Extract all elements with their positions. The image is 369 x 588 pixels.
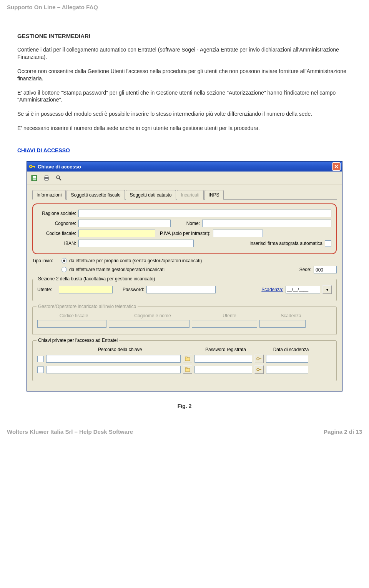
chiave-row1-check[interactable] [37, 356, 44, 362]
svg-line-10 [59, 178, 61, 180]
chiave-row1-pwreg[interactable] [194, 355, 252, 363]
chiave-row2-pwreg[interactable] [194, 366, 252, 373]
paragraph-2: Occorre non consentire dalla Gestione Ut… [17, 68, 352, 82]
fieldset-chiavi-private: Chiavi private per l'accesso ad Entratel… [32, 340, 337, 381]
svg-rect-12 [185, 357, 187, 358]
svg-point-0 [30, 165, 32, 168]
col-pwreg: Password registrata [191, 347, 260, 352]
col-codice-fiscale: Codice fiscale [37, 313, 110, 318]
col-percorso: Percorso della chiave [49, 347, 191, 352]
doc-header: Supporto On Line – Allegato FAQ [0, 0, 369, 13]
chiave-row2-browse[interactable] [183, 365, 192, 374]
iban-label: IBAN: [38, 241, 76, 246]
radio-proprio-conto-label: da effettuare per proprio conto (senza g… [69, 258, 202, 263]
key-icon [29, 164, 35, 169]
ragione-sociale-label: Ragione sociale: [38, 211, 76, 216]
col-scadenza: Scadenza [264, 313, 318, 318]
figure-caption: Fig. 2 [17, 403, 352, 409]
paragraph-1: Contiene i dati per il collegamento auto… [17, 46, 352, 61]
svg-rect-4 [33, 176, 36, 178]
radio-proprio-conto[interactable] [62, 258, 67, 263]
gestore-scad-input [259, 320, 306, 328]
titlebar: Chiave di accesso [27, 162, 342, 172]
sede-label: Sede: [299, 267, 311, 272]
anchor-chiavi-di-accesso[interactable]: CHIAVI DI ACCESSO [17, 147, 70, 153]
tipo-invio-label: Tipo invio: [32, 258, 59, 263]
chiave-row1-key[interactable] [254, 355, 264, 363]
section-heading: GESTIONE INTERMEDIARI [17, 33, 352, 39]
fieldset-gestore: Gestore/Operatore incaricato all'invio t… [32, 306, 337, 335]
tab-informazioni[interactable]: Informazioni [32, 190, 66, 200]
fieldset-sezione2: Sezione 2 della busta (facoltativa per g… [32, 279, 337, 301]
firma-checkbox[interactable] [325, 240, 331, 247]
scadenza-input[interactable]: __/__/____ [286, 286, 320, 293]
print-icon[interactable] [42, 174, 51, 182]
tab-soggetti-catasto[interactable]: Soggetti dati catasto [126, 190, 176, 200]
sede-input[interactable]: 000 [314, 266, 337, 273]
utente-input[interactable] [59, 286, 113, 293]
dialog-title: Chiave di accesso [38, 164, 332, 170]
cf-label: Codice fiscale: [38, 231, 76, 236]
cognome-label: Cognome: [38, 221, 76, 226]
chiave-row2-percorso[interactable] [46, 366, 181, 373]
ragione-sociale-input[interactable] [78, 210, 331, 217]
paragraph-3: E' attivo il bottone "Stampa password" p… [17, 89, 352, 104]
svg-rect-18 [259, 369, 261, 370]
svg-rect-2 [34, 166, 35, 168]
tab-soggetti-cassetto[interactable]: Soggetti cassetto fiscale [66, 190, 125, 200]
gestore-legend: Gestore/Operatore incaricato all'invio t… [37, 304, 138, 309]
svg-rect-16 [185, 368, 187, 369]
svg-rect-5 [33, 178, 36, 180]
chiave-row2-key[interactable] [254, 365, 264, 374]
chiave-row1-browse[interactable] [183, 355, 192, 363]
paragraph-5: E' necessario inserire il numero della s… [17, 125, 352, 132]
nome-label: Nome: [177, 221, 200, 226]
password-input[interactable] [146, 286, 216, 293]
col-cognome-nome: Cognome e nome [110, 313, 195, 318]
sezione2-legend: Sezione 2 della busta (facoltativa per g… [37, 276, 156, 282]
svg-rect-14 [259, 358, 261, 359]
col-datascad: Data di scadenza [260, 347, 322, 352]
page-footer: Wolters Kluwer Italia Srl – Help Desk So… [0, 425, 369, 440]
scadenza-label[interactable]: Scadenza: [261, 287, 283, 292]
piva-input[interactable] [213, 230, 263, 237]
save-icon[interactable] [30, 174, 38, 182]
chiave-row1-datascad[interactable] [266, 355, 308, 363]
cf-input[interactable] [78, 230, 155, 237]
iban-input[interactable] [78, 240, 194, 247]
chiave-row2-datascad[interactable] [266, 366, 308, 373]
paragraph-4: Se si è in possesso del modulo sedi è po… [17, 110, 352, 118]
firma-label: Inserisci firma autografa automatica [249, 241, 322, 246]
highlighted-form-area: Ragione sociale: Cognome: Nome: Codice f… [32, 203, 337, 254]
tabs: Informazioni Soggetti cassetto fiscale S… [32, 190, 337, 200]
close-button[interactable] [332, 162, 341, 171]
footer-right: Pagina 2 di 13 [324, 428, 362, 435]
chiave-row2-check[interactable] [37, 366, 44, 373]
cognome-input[interactable] [78, 220, 171, 227]
gestore-nome-input [109, 320, 189, 328]
toolbar [27, 172, 342, 185]
dialog-chiave-di-accesso: Chiave di accesso Informazioni Soggetti … [27, 161, 342, 391]
svg-rect-7 [45, 176, 48, 177]
password-label: Password: [123, 287, 144, 292]
tab-inps[interactable]: INPS [204, 190, 224, 200]
footer-left: Wolters Kluwer Italia Srl – Help Desk So… [7, 428, 133, 435]
chiave-row1-percorso[interactable] [46, 355, 181, 363]
radio-tramite-gestori-label: da effettuare tramite gestori/operatori … [69, 267, 165, 272]
gestore-utente-input [192, 320, 257, 328]
svg-rect-8 [45, 179, 48, 180]
piva-label: P.IVA (solo per Intrastat): [160, 231, 211, 236]
nome-input[interactable] [202, 220, 331, 227]
chiavi-private-legend: Chiavi private per l'accesso ad Entratel [37, 338, 119, 343]
col-utente: Utente [195, 313, 264, 318]
scadenza-dropdown-button[interactable]: ▾ [322, 285, 332, 294]
doc-header-title: Supporto On Line – Allegato FAQ [7, 4, 98, 10]
utente-label: Utente: [37, 287, 57, 292]
search-icon[interactable] [55, 174, 63, 182]
gestore-cf-input [37, 320, 106, 328]
radio-tramite-gestori[interactable] [62, 267, 67, 272]
svg-point-9 [57, 176, 60, 179]
tab-incaricati[interactable]: Incaricati [177, 190, 204, 200]
